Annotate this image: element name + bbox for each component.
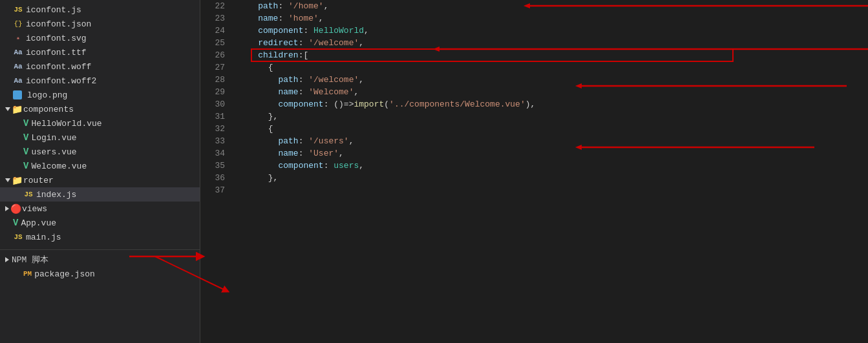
vue-icon: V [23,161,28,171]
svg-icon: ✴ [13,33,23,43]
font-icon: Aa [13,47,23,57]
js-icon: JS [23,189,34,200]
code-line-31: }, [238,110,863,123]
file-label: HelloWorld.vue [31,119,101,129]
chevron-down-icon [5,178,10,182]
code-line-27: { [238,61,863,74]
chevron-right-icon [5,257,9,262]
file-label: Welcome.vue [31,161,87,171]
file-label: iconfont.woff [26,62,91,72]
file-label: iconfont.ttf [26,48,87,57]
line-num-24: 24 [203,25,225,37]
sidebar-item-router[interactable]: 📁 router [0,173,200,187]
code-line-23: name: 'home', [238,12,863,25]
npm-section-label: NPM 脚本 [12,254,48,265]
json-icon: {} [13,19,23,29]
file-label: index.js [36,190,76,200]
line-num-27: 27 [203,61,225,74]
sidebar-item-welcome[interactable]: V Welcome.vue [0,159,200,173]
chevron-down-icon [5,107,10,111]
file-label: main.js [26,233,61,242]
js-icon: JS [13,5,23,15]
line-num-33: 33 [203,135,225,147]
line-num-28: 28 [203,74,225,86]
sidebar-item-components[interactable]: 📁 components [0,102,200,116]
line-num-26: 26 [203,49,225,61]
line-num-22: 22 [203,0,225,12]
code-line-35: component: users, [238,160,863,172]
code-line-33: path: '/users', [238,135,863,147]
font-icon: Aa [13,76,23,86]
file-label: package.json [34,269,95,279]
sidebar-item-views[interactable]: 🔴 views [0,202,200,216]
file-label: iconfont.woff2 [26,76,96,86]
sidebar-item-index-js[interactable]: JS index.js [0,187,200,202]
npm-icon: PM [23,270,32,278]
file-label: Login.vue [31,133,76,143]
code-line-24: component: HelloWorld, [238,25,863,37]
folder-closed-icon: 🔴 [10,203,21,214]
js-icon: JS [13,232,23,242]
code-line-34: name: 'User', [238,147,863,160]
code-line-30: component: ()=>import('../components/Wel… [238,98,863,110]
line-numbers: 22 23 24 25 26 27 28 29 30 31 32 33 34 3… [200,0,233,343]
vue-icon: V [13,218,18,228]
sidebar-item-iconfont-svg[interactable]: ✴ iconfont.svg [0,31,200,45]
vue-icon: V [23,118,28,129]
sidebar-item-iconfont-woff[interactable]: Aa iconfont.woff [0,59,200,74]
line-num-30: 30 [203,98,225,110]
code-line-36: }, [238,172,863,184]
line-num-35: 35 [203,160,225,172]
font-icon: Aa [13,61,23,72]
file-label: iconfont.js [26,5,81,15]
line-num-25: 25 [203,37,225,49]
folder-label: components [23,105,74,114]
image-icon [13,90,22,99]
line-num-37: 37 [203,184,225,196]
folder-icon: 📁 [12,104,22,114]
file-label: iconfont.svg [26,34,87,43]
sidebar-item-iconfont-js[interactable]: JS iconfont.js [0,3,200,17]
folder-label: router [23,176,54,185]
code-line-29: name: 'Welcome', [238,86,863,98]
line-num-29: 29 [203,86,225,98]
file-label: App.vue [21,218,56,228]
line-num-36: 36 [203,172,225,184]
code-editor: 22 23 24 25 26 27 28 29 30 31 32 33 34 3… [200,0,868,343]
file-label: logo.png [27,90,67,100]
sidebar-item-iconfont-json[interactable]: {} iconfont.json [0,17,200,31]
file-explorer[interactable]: JS iconfont.js {} iconfont.json ✴ iconfo… [0,0,200,343]
line-num-32: 32 [203,123,225,135]
folder-icon: 📁 [12,175,22,185]
line-num-34: 34 [203,147,225,160]
code-line-25: redirect: '/welcome', [238,37,863,49]
code-line-37 [238,184,863,196]
folder-label: views [22,204,47,214]
file-label: iconfont.json [26,19,91,29]
npm-scripts-section[interactable]: NPM 脚本 [0,253,200,267]
sidebar-item-app-vue[interactable]: V App.vue [0,216,200,230]
sidebar-item-login[interactable]: V Login.vue [0,130,200,145]
code-content[interactable]: path: '/home', name: 'home', component: … [233,0,868,343]
sidebar-item-helloworld[interactable]: V HelloWorld.vue [0,116,200,130]
sidebar-item-package-json[interactable]: PM package.json [0,267,200,281]
sidebar-item-logo-png[interactable]: logo.png [0,88,200,102]
code-line-22: path: '/home', [238,0,863,12]
sidebar-item-main-js[interactable]: JS main.js [0,230,200,244]
chevron-right-icon [5,206,9,211]
vue-icon: V [23,147,28,157]
line-num-31: 31 [203,110,225,123]
sidebar-item-iconfont-ttf[interactable]: Aa iconfont.ttf [0,45,200,59]
code-area: 22 23 24 25 26 27 28 29 30 31 32 33 34 3… [200,0,868,343]
code-line-26: children:[ [238,49,863,61]
vue-icon: V [23,132,28,143]
line-num-23: 23 [203,12,225,25]
sidebar-item-users[interactable]: V users.vue [0,145,200,159]
code-line-28: path: '/welcome', [238,74,863,86]
code-line-32: { [238,123,863,135]
file-label: users.vue [31,147,76,157]
sidebar-item-iconfont-woff2[interactable]: Aa iconfont.woff2 [0,74,200,88]
